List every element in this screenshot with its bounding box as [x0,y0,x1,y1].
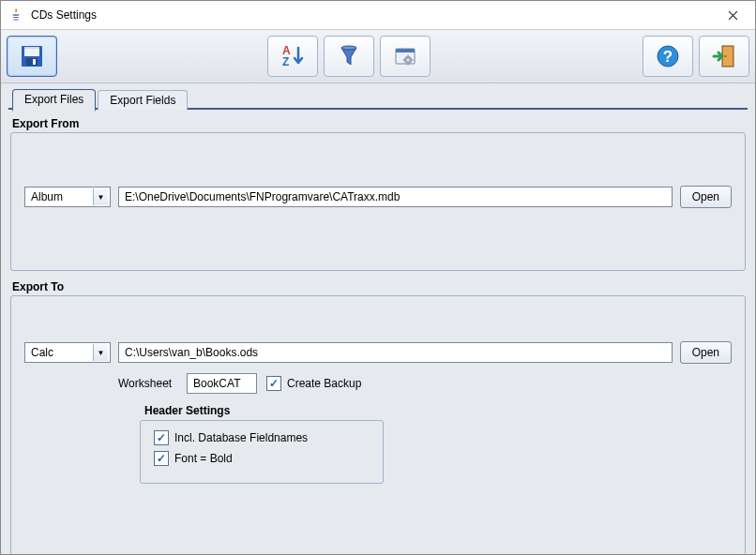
window: CDs Settings A Z [0,0,756,555]
export-from-label: Export From [12,117,746,130]
tab-export-fields[interactable]: Export Fields [98,90,188,110]
to-type-combo[interactable]: Calc ▼ [24,342,111,363]
content: Export From Album ▼ Open Export To Calc … [1,110,755,554]
sort-button[interactable]: A Z [267,36,318,77]
svg-text:Z: Z [282,55,289,68]
tab-row: Export Files Export Fields [1,87,755,110]
exit-button[interactable] [699,36,749,77]
java-icon [8,8,23,22]
export-to-label: Export To [12,280,746,293]
create-backup-checkbox[interactable]: ✓ Create Backup [266,376,361,391]
create-backup-label: Create Backup [287,377,361,390]
from-open-button[interactable]: Open [680,186,732,208]
to-open-button[interactable]: Open [680,341,732,364]
svg-rect-3 [26,58,38,66]
checkmark-icon: ✓ [266,376,281,391]
header-settings-group: Header Settings ✓ Incl. Database Fieldna… [140,420,384,484]
close-button[interactable] [712,2,753,28]
svg-rect-4 [33,59,36,65]
checkmark-icon: ✓ [154,430,169,445]
to-type-value: Calc [31,346,53,359]
incl-fieldnames-label: Incl. Database Fieldnames [174,431,308,444]
from-path-input[interactable] [118,187,673,207]
export-to-group: Calc ▼ Open Worksheet ✓ Create Backup He… [10,295,746,554]
font-bold-checkbox[interactable]: ✓ Font = Bold [154,451,370,466]
tab-export-files[interactable]: Export Files [12,89,96,112]
svg-rect-2 [24,47,39,49]
svg-point-7 [341,46,356,50]
incl-fieldnames-checkbox[interactable]: ✓ Incl. Database Fieldnames [154,430,370,445]
worksheet-input[interactable] [187,373,257,394]
svg-rect-9 [396,49,415,52]
svg-text:?: ? [663,48,673,66]
save-button[interactable] [7,36,57,77]
export-from-group: Album ▼ Open [10,132,746,271]
filter-button[interactable] [324,36,374,77]
window-title: CDs Settings [31,8,712,22]
titlebar: CDs Settings [1,1,755,30]
help-button[interactable]: ? [643,36,693,77]
toolbar: A Z [1,30,755,83]
to-path-input[interactable] [118,342,673,363]
chevron-down-icon: ▼ [93,344,108,361]
header-settings-label: Header Settings [141,404,234,417]
from-type-value: Album [31,190,63,203]
font-bold-label: Font = Bold [174,452,233,465]
svg-point-11 [406,58,409,61]
worksheet-label: Worksheet [118,377,177,390]
settings-button[interactable] [380,36,431,77]
checkmark-icon: ✓ [154,451,169,466]
chevron-down-icon: ▼ [93,188,108,205]
svg-point-21 [725,55,727,57]
from-type-combo[interactable]: Album ▼ [24,187,111,207]
